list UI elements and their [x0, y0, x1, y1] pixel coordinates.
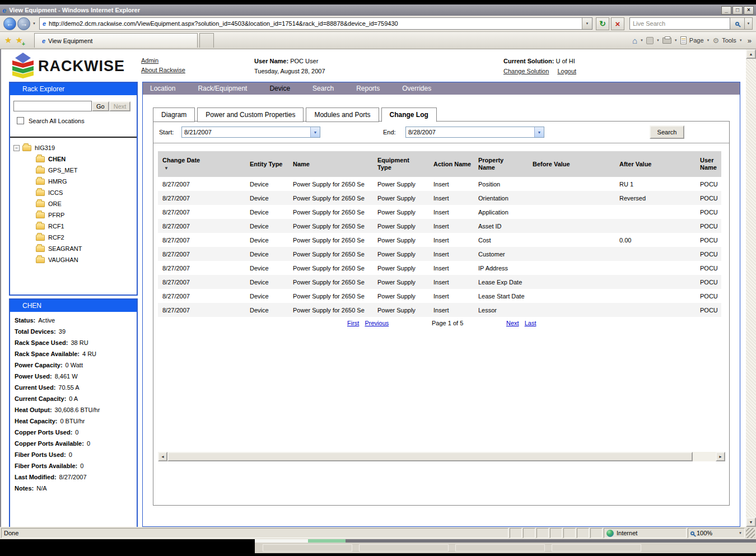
browser-tab[interactable]: e View Equipment [34, 33, 198, 48]
home-dropdown-icon[interactable]: ▼ [640, 39, 643, 42]
tree-item-vaughan[interactable]: VAUGHAN [13, 254, 137, 265]
nav-item-overrides[interactable]: Overrides [402, 85, 431, 92]
start-date-dropdown-icon[interactable]: ▼ [310, 127, 320, 137]
favorites-icon[interactable]: ★ [4, 35, 12, 45]
go-button[interactable]: Go [92, 101, 109, 111]
nav-item-location[interactable]: Location [150, 85, 175, 92]
tree-item-hmrg[interactable]: HMRG [13, 176, 137, 187]
end-date-dropdown-icon[interactable]: ▼ [534, 127, 544, 137]
tab-diagram[interactable]: Diagram [153, 108, 195, 122]
table-row[interactable]: 8/27/2007DevicePower Supply for 2650 SeP… [158, 247, 721, 261]
table-row[interactable]: 8/27/2007DevicePower Supply for 2650 SeP… [158, 205, 721, 219]
refresh-button[interactable]: ↻ [596, 17, 609, 30]
back-button[interactable]: ← [3, 17, 16, 30]
scrollbar-thumb[interactable] [167, 452, 693, 461]
tab-modules-and-ports[interactable]: Modules and Ports [306, 108, 379, 122]
change-solution-link[interactable]: Change Solution [503, 68, 549, 74]
page-menu-label[interactable]: Page [689, 37, 704, 44]
table-row[interactable]: 8/27/2007DevicePower Supply for 2650 SeP… [158, 177, 721, 191]
column-header-entity-type[interactable]: Entity Type [245, 151, 288, 177]
table-row[interactable]: 8/27/2007DevicePower Supply for 2650 SeP… [158, 289, 721, 303]
logout-link[interactable]: Logout [557, 68, 576, 74]
column-header-after-value[interactable]: After Value [615, 151, 696, 177]
vertical-scrollbar[interactable]: ▲ ▼ [746, 49, 756, 527]
new-tab-stub[interactable] [199, 33, 214, 48]
forward-button[interactable]: → [17, 17, 30, 30]
nav-item-device[interactable]: Device [269, 85, 290, 92]
table-row[interactable]: 8/27/2007DevicePower Supply for 2650 SeP… [158, 191, 721, 205]
zoom-control[interactable]: 100% ▼ [688, 528, 745, 538]
url-field[interactable]: e http://demo2.dcm.rackwise.com/ViewEqui… [39, 17, 592, 30]
location-search-input[interactable] [13, 101, 92, 111]
tree-item-gps-met[interactable]: GPS_MET [13, 165, 137, 176]
stop-button[interactable]: × [611, 17, 624, 30]
zoom-dropdown-icon[interactable]: ▼ [739, 531, 742, 535]
last-page-link[interactable]: Last [525, 320, 536, 326]
page-dropdown-icon[interactable]: ▼ [707, 39, 710, 42]
previous-page-link[interactable]: Previous [365, 320, 389, 326]
history-dropdown-icon[interactable]: ▼ [32, 22, 36, 25]
first-page-link[interactable]: First [347, 320, 359, 326]
url-dropdown-icon[interactable]: ▼ [582, 18, 592, 29]
search-all-locations-checkbox[interactable] [17, 117, 24, 124]
search-button[interactable] [730, 17, 745, 30]
column-header-name[interactable]: Name [288, 151, 373, 177]
live-search-input[interactable] [629, 17, 730, 30]
start-date-select[interactable]: 8/21/2007 ▼ [181, 127, 320, 138]
search-dropdown-icon[interactable]: ▼ [745, 17, 753, 30]
table-row[interactable]: 8/27/2007DevicePower Supply for 2650 SeP… [158, 219, 721, 233]
tab-change-log[interactable]: Change Log [381, 108, 437, 122]
tools-menu-label[interactable]: Tools [722, 37, 736, 44]
add-favorite-icon[interactable]: ★+ [15, 35, 22, 45]
print-icon[interactable] [662, 38, 671, 44]
nav-item-reports[interactable]: Reports [356, 85, 380, 92]
table-row[interactable]: 8/27/2007DevicePower Supply for 2650 SeP… [158, 303, 721, 317]
page-menu-icon[interactable] [680, 36, 687, 44]
scrollbar-track[interactable] [693, 452, 716, 461]
tree-item-rcf2[interactable]: RCF2 [13, 232, 137, 243]
column-header-equipment-type[interactable]: Equipment Type [373, 151, 429, 177]
end-date-select[interactable]: 8/28/2007 ▼ [405, 127, 544, 138]
feeds-icon[interactable] [646, 37, 654, 44]
close-button[interactable]: × [744, 6, 754, 15]
tree-item-ore[interactable]: ORE [13, 198, 137, 209]
collapse-icon[interactable]: − [13, 145, 20, 151]
nav-item-search[interactable]: Search [312, 85, 334, 92]
table-row[interactable]: 8/27/2007DevicePower Supply for 2650 SeP… [158, 261, 721, 275]
column-header-action-name[interactable]: Action Name [429, 151, 474, 177]
column-header-property-name[interactable]: Property Name [474, 151, 528, 177]
scroll-right-icon[interactable]: ► [716, 452, 725, 461]
tab-power-and-custom-properties[interactable]: Power and Custom Properties [197, 108, 304, 122]
tree-item-chen[interactable]: CHEN [13, 153, 137, 165]
tree-item-rcf1[interactable]: RCF1 [13, 221, 137, 232]
scroll-down-icon[interactable]: ▼ [746, 517, 756, 527]
home-icon[interactable]: ⌂ [632, 36, 637, 45]
tree-root[interactable]: − hIG319 [13, 142, 137, 153]
maximize-button[interactable]: □ [732, 6, 743, 15]
filter-search-button[interactable]: Search [650, 125, 684, 139]
horizontal-scrollbar[interactable]: ◄ ► [158, 452, 725, 461]
feeds-dropdown-icon[interactable]: ▼ [656, 39, 660, 42]
tree-item-seagrant[interactable]: SEAGRANT [13, 243, 137, 254]
tools-dropdown-icon[interactable]: ▼ [739, 39, 743, 42]
tree-item-iccs[interactable]: ICCS [13, 187, 137, 198]
cell-action-name: Insert [429, 293, 474, 300]
tree-item-pfrp[interactable]: PFRP [13, 209, 137, 221]
column-header-before-value[interactable]: Before Value [528, 151, 615, 177]
table-row[interactable]: 8/27/2007DevicePower Supply for 2650 SeP… [158, 275, 721, 289]
gear-icon[interactable]: ⚙ [712, 36, 719, 45]
column-header-change-date[interactable]: Change Date ▼ [158, 151, 245, 177]
next-button[interactable]: Next [109, 101, 131, 111]
scroll-left-icon[interactable]: ◄ [158, 452, 167, 461]
nav-item-rack-equipment[interactable]: Rack/Equipment [198, 85, 247, 92]
more-toolbar-icon[interactable]: » [748, 36, 752, 45]
table-row[interactable]: 8/27/2007DevicePower Supply for 2650 SeP… [158, 233, 721, 247]
print-dropdown-icon[interactable]: ▼ [674, 39, 678, 42]
scroll-up-icon[interactable]: ▲ [746, 49, 756, 59]
next-page-link[interactable]: Next [506, 320, 519, 326]
resize-grip[interactable] [746, 528, 755, 538]
about-rackwise-link[interactable]: About Rackwise [141, 66, 185, 75]
column-header-user-name[interactable]: User Name [696, 151, 718, 177]
minimize-button[interactable]: _ [721, 6, 731, 15]
admin-link[interactable]: Admin [141, 56, 185, 66]
